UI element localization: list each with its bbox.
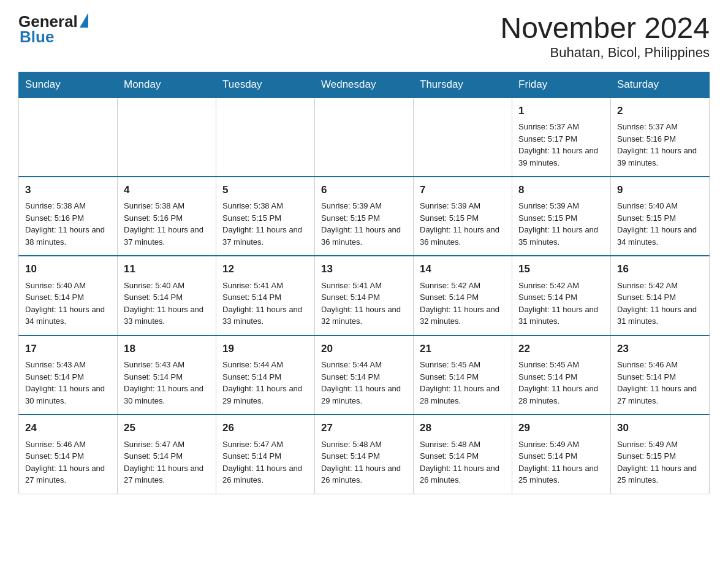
calendar-cell: 26Sunrise: 5:47 AMSunset: 5:14 PMDayligh… (216, 415, 315, 494)
day-info: Sunrise: 5:48 AMSunset: 5:14 PMDaylight:… (321, 439, 407, 486)
week-row-3: 10Sunrise: 5:40 AMSunset: 5:14 PMDayligh… (19, 256, 710, 335)
calendar-cell: 17Sunrise: 5:43 AMSunset: 5:14 PMDayligh… (19, 335, 118, 415)
day-info: Sunrise: 5:42 AMSunset: 5:14 PMDaylight:… (617, 280, 703, 327)
calendar-cell: 11Sunrise: 5:40 AMSunset: 5:14 PMDayligh… (118, 256, 216, 335)
day-info: Sunrise: 5:41 AMSunset: 5:14 PMDaylight:… (321, 280, 407, 327)
day-number: 9 (617, 182, 703, 198)
calendar-cell: 21Sunrise: 5:45 AMSunset: 5:14 PMDayligh… (414, 335, 512, 415)
calendar-cell: 10Sunrise: 5:40 AMSunset: 5:14 PMDayligh… (19, 256, 118, 335)
day-number: 23 (617, 341, 703, 357)
day-number: 2 (617, 103, 703, 119)
calendar-cell: 30Sunrise: 5:49 AMSunset: 5:15 PMDayligh… (611, 415, 710, 494)
calendar-cell: 9Sunrise: 5:40 AMSunset: 5:15 PMDaylight… (611, 177, 710, 256)
day-info: Sunrise: 5:49 AMSunset: 5:14 PMDaylight:… (518, 439, 604, 486)
day-info: Sunrise: 5:47 AMSunset: 5:14 PMDaylight:… (222, 439, 308, 486)
day-number: 10 (25, 261, 111, 277)
day-info: Sunrise: 5:45 AMSunset: 5:14 PMDaylight:… (420, 359, 506, 407)
day-info: Sunrise: 5:39 AMSunset: 5:15 PMDaylight:… (518, 200, 604, 248)
col-friday: Friday (512, 72, 611, 98)
day-number: 24 (25, 420, 111, 436)
day-info: Sunrise: 5:43 AMSunset: 5:14 PMDaylight:… (25, 359, 111, 407)
calendar-cell: 6Sunrise: 5:39 AMSunset: 5:15 PMDaylight… (315, 177, 414, 256)
day-info: Sunrise: 5:42 AMSunset: 5:14 PMDaylight:… (420, 280, 506, 327)
calendar-cell (19, 98, 118, 177)
col-tuesday: Tuesday (216, 72, 315, 98)
calendar-cell: 20Sunrise: 5:44 AMSunset: 5:14 PMDayligh… (315, 335, 414, 415)
calendar-cell: 12Sunrise: 5:41 AMSunset: 5:14 PMDayligh… (216, 256, 315, 335)
calendar-cell: 25Sunrise: 5:47 AMSunset: 5:14 PMDayligh… (118, 415, 216, 494)
day-number: 17 (25, 341, 111, 357)
day-number: 1 (518, 103, 604, 119)
day-info: Sunrise: 5:49 AMSunset: 5:15 PMDaylight:… (617, 439, 703, 486)
day-number: 29 (518, 420, 604, 436)
calendar-cell: 13Sunrise: 5:41 AMSunset: 5:14 PMDayligh… (315, 256, 414, 335)
day-number: 7 (420, 182, 506, 198)
calendar-header-row: Sunday Monday Tuesday Wednesday Thursday… (19, 72, 710, 98)
calendar-cell: 28Sunrise: 5:48 AMSunset: 5:14 PMDayligh… (414, 415, 512, 494)
day-info: Sunrise: 5:43 AMSunset: 5:14 PMDaylight:… (124, 359, 210, 407)
day-info: Sunrise: 5:46 AMSunset: 5:14 PMDaylight:… (617, 359, 703, 407)
day-info: Sunrise: 5:37 AMSunset: 5:17 PMDaylight:… (518, 121, 604, 169)
calendar-cell: 15Sunrise: 5:42 AMSunset: 5:14 PMDayligh… (512, 256, 611, 335)
day-info: Sunrise: 5:39 AMSunset: 5:15 PMDaylight:… (321, 200, 407, 248)
day-info: Sunrise: 5:46 AMSunset: 5:14 PMDaylight:… (25, 439, 111, 486)
calendar-cell: 14Sunrise: 5:42 AMSunset: 5:14 PMDayligh… (414, 256, 512, 335)
calendar-cell: 27Sunrise: 5:48 AMSunset: 5:14 PMDayligh… (315, 415, 414, 494)
header: General Blue November 2024 Buhatan, Bico… (18, 12, 710, 61)
calendar-cell (216, 98, 315, 177)
calendar-cell: 29Sunrise: 5:49 AMSunset: 5:14 PMDayligh… (512, 415, 611, 494)
calendar-cell: 23Sunrise: 5:46 AMSunset: 5:14 PMDayligh… (611, 335, 710, 415)
day-info: Sunrise: 5:40 AMSunset: 5:15 PMDaylight:… (617, 200, 703, 248)
day-info: Sunrise: 5:38 AMSunset: 5:16 PMDaylight:… (25, 200, 111, 248)
calendar-cell (118, 98, 216, 177)
day-number: 20 (321, 341, 407, 357)
week-row-1: 1Sunrise: 5:37 AMSunset: 5:17 PMDaylight… (19, 98, 710, 177)
day-info: Sunrise: 5:47 AMSunset: 5:14 PMDaylight:… (124, 439, 210, 486)
day-info: Sunrise: 5:41 AMSunset: 5:14 PMDaylight:… (222, 280, 308, 327)
week-row-4: 17Sunrise: 5:43 AMSunset: 5:14 PMDayligh… (19, 335, 710, 415)
logo-blue-text: Blue (20, 28, 88, 47)
col-wednesday: Wednesday (315, 72, 414, 98)
day-number: 11 (124, 261, 210, 277)
day-number: 6 (321, 182, 407, 198)
calendar-cell (414, 98, 512, 177)
calendar-cell: 1Sunrise: 5:37 AMSunset: 5:17 PMDaylight… (512, 98, 611, 177)
day-info: Sunrise: 5:40 AMSunset: 5:14 PMDaylight:… (124, 280, 210, 327)
day-info: Sunrise: 5:39 AMSunset: 5:15 PMDaylight:… (420, 200, 506, 248)
day-number: 12 (222, 261, 308, 277)
calendar-cell: 24Sunrise: 5:46 AMSunset: 5:14 PMDayligh… (19, 415, 118, 494)
logo-triangle-icon (80, 13, 88, 28)
day-number: 3 (25, 182, 111, 198)
day-number: 5 (222, 182, 308, 198)
calendar-cell: 3Sunrise: 5:38 AMSunset: 5:16 PMDaylight… (19, 177, 118, 256)
title-block: November 2024 Buhatan, Bicol, Philippine… (500, 12, 710, 61)
day-info: Sunrise: 5:38 AMSunset: 5:15 PMDaylight:… (222, 200, 308, 248)
day-number: 27 (321, 420, 407, 436)
day-number: 16 (617, 261, 703, 277)
day-number: 22 (518, 341, 604, 357)
col-saturday: Saturday (611, 72, 710, 98)
day-number: 15 (518, 261, 604, 277)
week-row-5: 24Sunrise: 5:46 AMSunset: 5:14 PMDayligh… (19, 415, 710, 494)
day-number: 30 (617, 420, 703, 436)
calendar-cell: 19Sunrise: 5:44 AMSunset: 5:14 PMDayligh… (216, 335, 315, 415)
day-number: 8 (518, 182, 604, 198)
day-info: Sunrise: 5:38 AMSunset: 5:16 PMDaylight:… (124, 200, 210, 248)
day-info: Sunrise: 5:40 AMSunset: 5:14 PMDaylight:… (25, 280, 111, 327)
day-number: 18 (124, 341, 210, 357)
page-title: November 2024 (500, 12, 710, 45)
logo: General Blue (18, 12, 88, 47)
calendar-cell: 8Sunrise: 5:39 AMSunset: 5:15 PMDaylight… (512, 177, 611, 256)
day-info: Sunrise: 5:48 AMSunset: 5:14 PMDaylight:… (420, 439, 506, 486)
day-number: 21 (420, 341, 506, 357)
page-subtitle: Buhatan, Bicol, Philippines (500, 45, 710, 61)
day-number: 14 (420, 261, 506, 277)
day-number: 19 (222, 341, 308, 357)
calendar-cell: 16Sunrise: 5:42 AMSunset: 5:14 PMDayligh… (611, 256, 710, 335)
day-number: 26 (222, 420, 308, 436)
calendar-cell (315, 98, 414, 177)
col-sunday: Sunday (19, 72, 118, 98)
day-info: Sunrise: 5:44 AMSunset: 5:14 PMDaylight:… (222, 359, 308, 407)
calendar-cell: 7Sunrise: 5:39 AMSunset: 5:15 PMDaylight… (414, 177, 512, 256)
calendar-cell: 4Sunrise: 5:38 AMSunset: 5:16 PMDaylight… (118, 177, 216, 256)
